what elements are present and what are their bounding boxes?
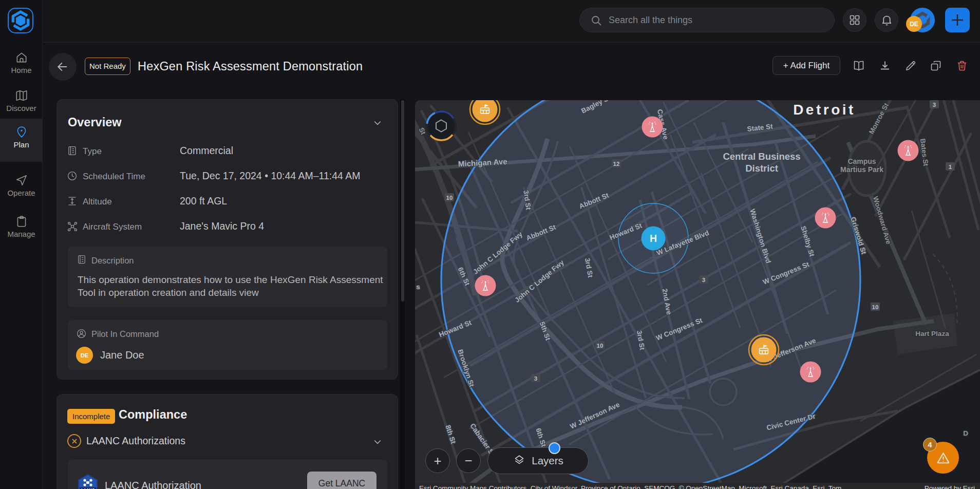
- svg-text:Detroit: Detroit: [793, 102, 856, 118]
- svg-text:3: 3: [702, 277, 705, 283]
- svg-text:Hart Plaza: Hart Plaza: [915, 330, 949, 337]
- svg-text:H: H: [650, 233, 657, 244]
- svg-text:Martius Park: Martius Park: [840, 165, 883, 174]
- svg-text:12: 12: [613, 161, 620, 167]
- svg-text:10: 10: [597, 343, 604, 349]
- svg-text:1: 1: [949, 164, 952, 170]
- svg-text:s: s: [416, 283, 420, 291]
- svg-text:3: 3: [534, 375, 537, 382]
- svg-text:3: 3: [933, 102, 936, 108]
- svg-text:D: D: [963, 429, 968, 437]
- svg-text:District: District: [745, 163, 778, 174]
- svg-text:10: 10: [872, 304, 879, 310]
- svg-text:10: 10: [446, 195, 453, 201]
- svg-text:Central Business: Central Business: [723, 151, 800, 162]
- svg-text:Campus: Campus: [847, 157, 876, 165]
